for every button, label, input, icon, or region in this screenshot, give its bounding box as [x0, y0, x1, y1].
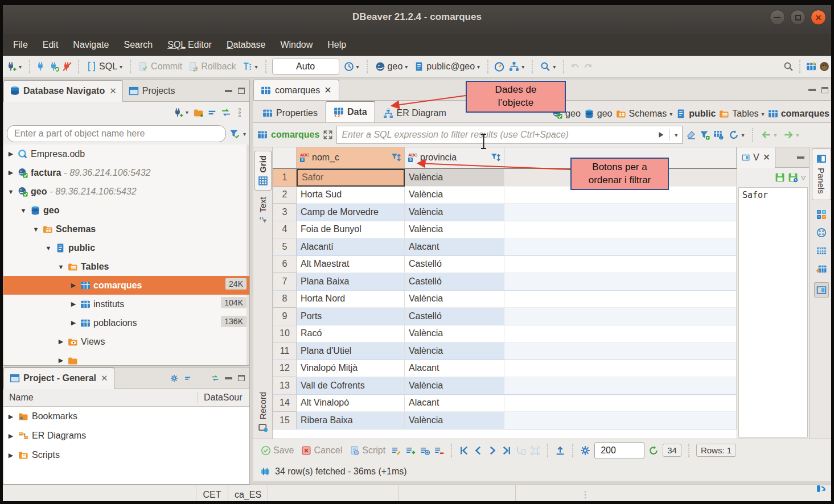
expand-filter-icon[interactable] [323, 130, 333, 140]
collapse-all-icon[interactable] [184, 374, 192, 382]
expander-icon[interactable]: ▼ [7, 188, 15, 195]
tab-value-viewer[interactable]: V ✕ [737, 147, 775, 168]
expander-icon[interactable]: ▶ [7, 413, 15, 420]
execution-plan-button[interactable]: ▾ [507, 60, 526, 73]
cell-nom_c[interactable]: Plana Baixa [297, 273, 405, 291]
quick-search-icon[interactable] [783, 61, 794, 72]
row-number-cell[interactable]: 2 [273, 187, 297, 204]
delete-row-icon[interactable] [434, 445, 444, 456]
connect-icon[interactable] [36, 61, 46, 72]
tab-record[interactable]: Record [258, 388, 268, 436]
tree-item-views[interactable]: ▶ Views [3, 332, 249, 351]
expander-icon[interactable]: ▶ [7, 169, 15, 176]
expander-icon[interactable]: ▶ [69, 282, 77, 289]
menu-item-sql-editor[interactable]: SQL Editor [161, 37, 218, 53]
tab-grid[interactable]: Grid [254, 151, 272, 191]
custom-filter-icon[interactable] [700, 130, 710, 140]
cell-empty[interactable] [504, 256, 737, 274]
value-content[interactable]: Safor [738, 187, 808, 437]
script-button[interactable]: Script [348, 444, 387, 457]
new-connection-tree-button[interactable]: ▾ [171, 106, 190, 119]
minimize-panel-icon[interactable] [797, 156, 804, 159]
column-header-datasource[interactable]: DataSour [198, 393, 248, 403]
menu-item-window[interactable]: Window [274, 37, 319, 53]
expander-icon[interactable]: ▶ [57, 357, 65, 364]
collapse-all-icon[interactable] [207, 108, 217, 118]
maximize-panel-icon[interactable] [238, 88, 245, 94]
minimize-button[interactable] [770, 10, 785, 25]
tree-item-tables[interactable]: ▼ Tables [3, 257, 249, 276]
add-row-icon[interactable] [405, 445, 416, 456]
menu-item-search[interactable]: Search [118, 37, 159, 53]
expand-all-icon[interactable] [198, 374, 206, 382]
link-editor-icon[interactable] [211, 374, 219, 382]
tab-data[interactable]: Data [326, 101, 375, 122]
cell-empty[interactable] [504, 221, 737, 239]
row-number-cell[interactable]: 12 [273, 360, 297, 378]
cell-nom_c[interactable]: Racó [297, 325, 405, 343]
tree-item-partial[interactable]: ▶ [3, 351, 249, 365]
cell-empty[interactable] [504, 238, 737, 256]
maximize-editor-icon[interactable] [821, 87, 828, 93]
breadcrumb-tables[interactable]: Tables▾ [719, 109, 764, 119]
cell-nom_c[interactable]: Alt Maestrat [297, 256, 405, 274]
menu-item-edit[interactable]: Edit [36, 37, 65, 53]
breadcrumb-comarques[interactable]: comarques [768, 109, 829, 119]
cell-provincia[interactable]: València [405, 187, 504, 204]
cell-empty[interactable] [504, 325, 737, 343]
cell-provincia[interactable]: Alacant [405, 360, 504, 378]
dashboard-icon[interactable] [494, 61, 504, 72]
gear-icon[interactable] [170, 374, 178, 382]
close-panel-icon[interactable]: ✕ [763, 152, 770, 163]
row-number-cell[interactable]: 5 [273, 238, 297, 256]
row-number-cell[interactable]: 3 [273, 204, 297, 221]
row-number-cell[interactable]: 14 [273, 395, 297, 412]
cell-provincia[interactable]: València [405, 325, 504, 343]
export-data-icon[interactable] [555, 445, 565, 456]
result-config-icon[interactable] [713, 130, 724, 140]
cell-nom_c[interactable]: Horta Sud [297, 187, 405, 204]
search-metadata-button[interactable]: ▾ [539, 60, 557, 73]
row-number-cell[interactable]: 6 [273, 256, 297, 274]
filter-sort-icon[interactable] [391, 152, 401, 163]
cell-provincia[interactable]: València [405, 377, 504, 395]
cell-provincia[interactable]: València [405, 412, 504, 429]
project-item-bookmarks[interactable]: ▶ Bookmarks [3, 407, 249, 426]
tree-item-comarques[interactable]: ▶ comarques 24K [3, 276, 249, 295]
cell-empty[interactable] [504, 291, 737, 308]
tab-properties[interactable]: Properties [254, 104, 326, 122]
cell-nom_c[interactable]: Alt Vinalopó [297, 395, 405, 412]
new-folder-icon[interactable] [194, 108, 204, 118]
expander-icon[interactable]: ▼ [19, 207, 27, 214]
filter-history-caret-icon[interactable]: ▾ [675, 132, 677, 138]
tab-project-general[interactable]: Project - General ✕ [3, 367, 114, 389]
grouping-panel-icon[interactable] [816, 246, 827, 256]
cell-provincia[interactable]: València [405, 221, 504, 239]
sql-filter-input[interactable]: Enter a SQL expression to filter results… [336, 126, 683, 144]
expander-icon[interactable]: ▼ [44, 245, 52, 251]
cell-provincia[interactable]: Alacant [405, 238, 504, 256]
fetch-size-input[interactable] [594, 442, 644, 459]
project-item-scripts[interactable]: ▶ Scripts [3, 445, 249, 465]
column-header-name[interactable]: Name [3, 393, 198, 403]
expander-icon[interactable]: ▶ [7, 452, 15, 459]
cell-provincia[interactable]: València [405, 291, 504, 308]
tab-er-diagram[interactable]: ER Diagram [375, 104, 454, 122]
maximize-button[interactable] [790, 10, 806, 25]
breadcrumb-database[interactable]: geo [584, 109, 613, 119]
column-header-provincia[interactable]: ABC9 provincia [405, 147, 504, 168]
clear-filter-icon[interactable] [686, 130, 696, 140]
cell-nom_c[interactable]: Ribera Baixa [297, 412, 405, 429]
refresh-results-button[interactable]: ▾ [727, 129, 746, 141]
close-tab-icon[interactable]: ✕ [101, 373, 108, 383]
auto-refresh-icon[interactable] [648, 445, 659, 456]
tree-item-schemas[interactable]: ▼ Schemas [3, 220, 249, 238]
expander-icon[interactable]: ▶ [69, 319, 77, 327]
tab-panels[interactable]: Panels [812, 148, 831, 200]
row-number-cell[interactable]: 8 [273, 291, 297, 308]
toggle-panel-icon[interactable] [816, 484, 826, 494]
cancel-button[interactable]: Cancel [299, 444, 344, 457]
save-value-icon[interactable] [775, 172, 785, 183]
minimize-editor-icon[interactable] [808, 89, 816, 91]
reconnect-icon[interactable] [49, 61, 59, 72]
